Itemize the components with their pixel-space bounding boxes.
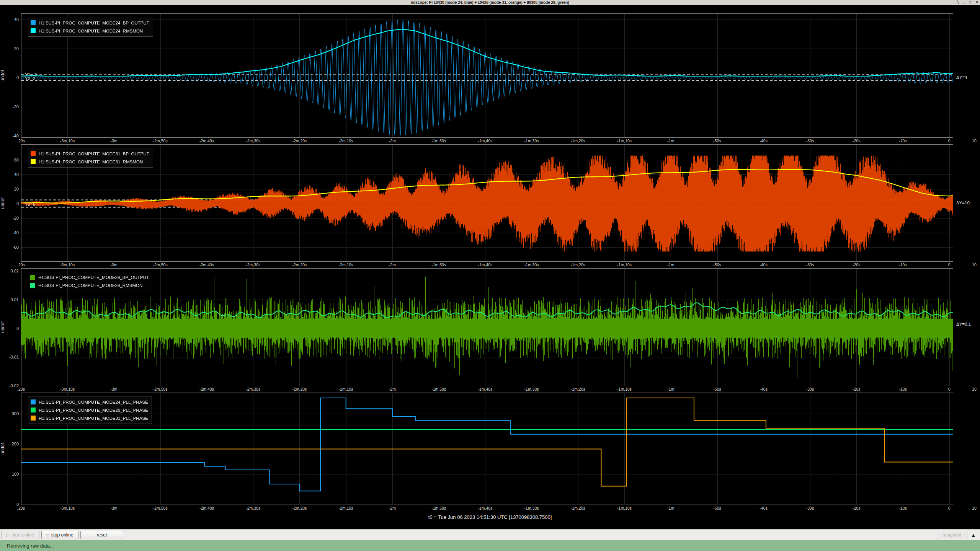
y-axis-mode31: undef 6040200-20-40-60 xyxy=(0,144,21,262)
plot-mode31[interactable]: H1:SUS-PI_PROC_COMPUTE_MODE31_BP_OUTPUTH… xyxy=(21,144,953,262)
delta-y-annotation: ΔY=0.1 xyxy=(956,322,971,326)
x-tick-label: 10 xyxy=(972,387,977,391)
x-tick-label: -30s xyxy=(806,506,814,510)
legend-channel-name: H1:SUS-PI_PROC_COMPUTE_MODE31_RMSMON xyxy=(39,160,143,164)
x-tick-label: ,20s xyxy=(17,506,25,510)
t0-label: t0 = Tue Jun 06 2023 14:51:30 UTC [13700… xyxy=(0,514,980,520)
x-tick-label: -1m xyxy=(667,387,674,391)
y-tick-label: 0 xyxy=(16,326,19,331)
legend-mode29: H1:SUS-PI_PROC_COMPUTE_MODE29_BP_OUTPUTH… xyxy=(28,272,152,291)
legend-channel-name: H1:SUS-PI_PROC_COMPUTE_MODE29_PLL_PHASE xyxy=(39,408,148,412)
minimize-icon[interactable]: _ xyxy=(963,0,965,5)
y-tick-label: -20 xyxy=(13,216,19,220)
maximize-icon[interactable]: □ xyxy=(969,0,971,5)
snapshot-button[interactable]: snapshot xyxy=(937,531,967,539)
cursor-y2-label: Y2=2 xyxy=(25,76,35,81)
x-tick-label: -1m,30s xyxy=(524,139,539,143)
plot-mode29[interactable]: H1:SUS-PI_PROC_COMPUTE_MODE29_BP_OUTPUTH… xyxy=(21,268,953,386)
legend-swatch xyxy=(31,159,36,164)
play-icon: ▷ xyxy=(7,533,10,537)
x-tick-label: -2m,10s xyxy=(339,506,353,510)
plot-mode24[interactable]: H1:SUS-PI_PROC_COMPUTE_MODE24_BP_OUTPUTH… xyxy=(21,13,953,138)
x-tick-label: -3m,10s xyxy=(60,506,75,510)
y-tick-label: 0 xyxy=(16,201,19,206)
x-tick-label: -50s xyxy=(713,139,721,143)
y-tick-label: 0.01 xyxy=(11,297,19,302)
y-tick-label: 200 xyxy=(12,442,19,446)
reset-button[interactable]: reset xyxy=(80,531,123,539)
x-tick-label: -50s xyxy=(713,262,721,267)
status-bar: Retrieving raw data... xyxy=(0,540,980,551)
x-tick-label: -1m,10s xyxy=(617,387,632,391)
x-tick-label: -1m,20s xyxy=(571,139,585,143)
plot-canvas-mode31[interactable] xyxy=(21,144,953,262)
y-tick-label: -20 xyxy=(13,104,19,109)
plot-canvas-mode24[interactable] xyxy=(21,13,953,138)
x-tick-label: -20s xyxy=(853,387,860,391)
stop-icon: □ xyxy=(46,533,49,537)
x-tick-label: -1m,20s xyxy=(571,506,585,510)
status-text: Retrieving raw data... xyxy=(7,543,54,549)
window-title: ndscope: PI 10430 (mode 24, blue) + 1042… xyxy=(411,0,569,5)
legend-swatch xyxy=(30,275,35,280)
plot-pll-phase[interactable]: H1:SUS-PI_PROC_COMPUTE_MODE24_PLL_PHASEH… xyxy=(21,393,953,505)
x-tick-label: -1m,10s xyxy=(617,139,632,143)
x-tick-label: -10s xyxy=(899,262,906,267)
stop-online-button[interactable]: □ stop online xyxy=(41,531,78,539)
x-tick-label: -30s xyxy=(806,387,814,391)
x-tick-label: -1m,40s xyxy=(478,139,492,143)
right-margin-mode24: ΔY=4 xyxy=(953,13,980,138)
y-axis-pll-phase: undef 3002001000 xyxy=(0,393,21,505)
x-tick-label: -1m,50s xyxy=(431,139,446,143)
y-tick-label: 40 xyxy=(14,17,19,22)
x-tick-label: -2m,20s xyxy=(292,139,307,143)
x-tick-label: -1m,10s xyxy=(617,506,632,510)
y-axis-mode29: undef 0.020.010-0.01-0.02 xyxy=(0,268,21,386)
x-tick-label: 0 xyxy=(948,139,951,143)
toolbar: ▷ start online □ stop online reset snaps… xyxy=(0,529,980,540)
x-tick-label: -1m xyxy=(667,506,674,510)
window-titlebar: ndscope: PI 10430 (mode 24, blue) + 1042… xyxy=(0,0,980,5)
x-tick-label: -1m,40s xyxy=(478,262,492,267)
x-tick-label: -2m xyxy=(389,139,396,143)
x-tick-label: -1m,30s xyxy=(524,387,539,391)
legend-entry: H1:SUS-PI_PROC_COMPUTE_MODE31_PLL_PHASE xyxy=(31,414,148,422)
legend-channel-name: H1:SUS-PI_PROC_COMPUTE_MODE29_RMSMON xyxy=(38,283,142,288)
x-tick-label: -40s xyxy=(760,262,768,267)
toolbar-overflow-icon[interactable]: ▲ xyxy=(971,532,976,538)
x-tick-label: ,20s xyxy=(17,262,25,267)
x-tick-label: -1m,30s xyxy=(524,262,539,267)
x-tick-label: -1m,20s xyxy=(571,387,585,391)
legend-entry: H1:SUS-PI_PROC_COMPUTE_MODE24_BP_OUTPUT xyxy=(31,19,149,27)
x-tick-label: -2m xyxy=(389,387,396,391)
right-margin-pll-phase xyxy=(953,393,980,505)
x-axis-mode29: ,20s-3m,10s-3m-2m,50s-2m,40s-2m,30s-2m,2… xyxy=(0,386,980,393)
legend-mode31: H1:SUS-PI_PROC_COMPUTE_MODE31_BP_OUTPUTH… xyxy=(28,148,153,168)
y-tick-label: 100 xyxy=(12,472,19,476)
start-online-button[interactable]: ▷ start online xyxy=(1,531,39,539)
x-tick-label: -20s xyxy=(853,506,860,510)
plot-canvas-pll-phase[interactable] xyxy=(21,393,953,505)
x-tick-label: -2m,40s xyxy=(199,387,214,391)
legend-swatch xyxy=(31,28,36,33)
x-tick-label: -2m,50s xyxy=(153,139,168,143)
x-tick-label: -40s xyxy=(760,387,768,391)
delta-y-annotation: ΔY=10 xyxy=(956,201,970,205)
y-tick-label: 300 xyxy=(12,411,19,416)
panel-pll-phase: undef 3002001000 H1:SUS-PI_PROC_COMPUTE_… xyxy=(0,393,980,505)
y-tick-label: 40 xyxy=(14,172,19,177)
shade-icon[interactable]: ╲ xyxy=(957,0,959,5)
y-tick-label: -0.01 xyxy=(9,355,19,359)
x-tick-label: -1m,30s xyxy=(524,506,539,510)
close-icon[interactable]: ✕ xyxy=(975,0,978,5)
x-tick-label: -40s xyxy=(760,139,768,143)
y-tick-label: -40 xyxy=(13,230,19,235)
plot-canvas-mode29[interactable] xyxy=(21,268,953,386)
x-tick-label: -3m,10s xyxy=(60,262,75,267)
x-tick-label: -2m,20s xyxy=(292,506,307,510)
x-tick-label: -3m xyxy=(110,262,117,267)
x-tick-label: -10s xyxy=(899,506,906,510)
right-margin-mode31: ΔY=10 xyxy=(953,144,980,262)
legend-channel-name: H1:SUS-PI_PROC_COMPUTE_MODE31_PLL_PHASE xyxy=(39,416,148,421)
x-tick-label: -30s xyxy=(806,262,814,267)
